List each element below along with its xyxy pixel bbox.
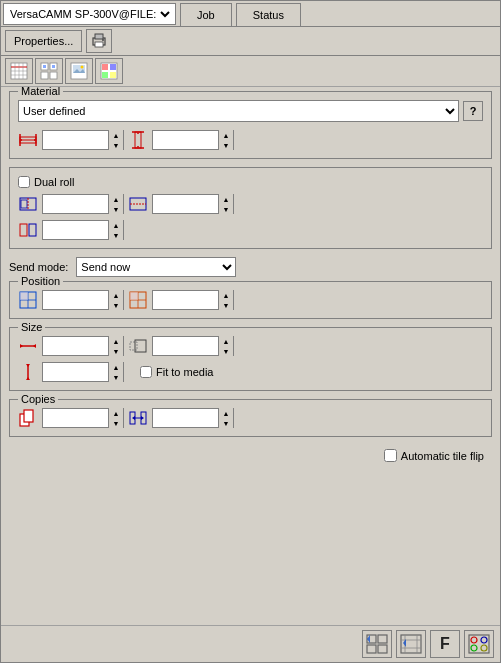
svg-rect-68: [378, 635, 387, 643]
dual-roll-field1-spinners: ▲ ▼: [108, 194, 123, 214]
device-dropdown[interactable]: VersaCAMM SP-300V@FILE:: [3, 3, 176, 25]
dual-roll-field1-up[interactable]: ▲: [109, 194, 123, 204]
svg-rect-2: [95, 42, 103, 47]
size-scale-icon: [128, 337, 148, 355]
svg-rect-24: [102, 72, 108, 78]
svg-rect-47: [20, 292, 28, 300]
grid-small-icon-btn[interactable]: [35, 58, 63, 84]
title-bar: VersaCAMM SP-300V@FILE: Job Status: [1, 1, 500, 27]
dual-roll-field2-up[interactable]: ▲: [219, 194, 233, 204]
svg-rect-16: [52, 65, 55, 68]
auto-tile-checkbox[interactable]: [384, 449, 397, 462]
svg-rect-15: [43, 65, 46, 68]
position-x-input[interactable]: 0.000in ▲ ▼: [42, 290, 124, 310]
printer-icon-btn[interactable]: [86, 29, 112, 53]
dual-roll-checkbox[interactable]: [18, 176, 30, 188]
dual-roll-field1-input[interactable]: 29.000in ▲ ▼: [42, 194, 124, 214]
size-height-down[interactable]: ▼: [109, 372, 123, 382]
material-dropdown-row: User defined ?: [18, 100, 483, 122]
color-icon: [100, 62, 118, 80]
register-icon: [468, 634, 490, 654]
tile-grid-icon-btn[interactable]: [362, 630, 392, 658]
dual-roll-checkbox-row: Dual roll: [18, 176, 483, 188]
position-x-up[interactable]: ▲: [109, 290, 123, 300]
material-group: Material User defined ?: [9, 91, 492, 159]
properties-button[interactable]: Properties...: [5, 30, 82, 52]
cut-icon-btn[interactable]: [5, 58, 33, 84]
fit-to-media-wrap: Fit to media: [140, 366, 213, 378]
material-height-up[interactable]: ▲: [219, 130, 233, 140]
material-help-button[interactable]: ?: [463, 101, 483, 121]
position-x-down[interactable]: ▼: [109, 300, 123, 310]
send-mode-dropdown[interactable]: Send now: [76, 257, 236, 277]
svg-marker-59: [26, 377, 30, 380]
size-width-up[interactable]: ▲: [109, 336, 123, 346]
size-height-up[interactable]: ▲: [109, 362, 123, 372]
material-height-field[interactable]: 600.000in: [153, 131, 218, 149]
copies-spacing-down[interactable]: ▼: [219, 418, 233, 428]
svg-marker-58: [26, 364, 30, 367]
copies-count-down[interactable]: ▼: [109, 418, 123, 428]
image-thumb-icon-btn[interactable]: [65, 58, 93, 84]
dual-roll-field1[interactable]: 29.000in: [43, 195, 108, 213]
device-select[interactable]: VersaCAMM SP-300V@FILE:: [6, 7, 173, 21]
material-select[interactable]: User defined: [18, 100, 459, 122]
size-scale-up[interactable]: ▲: [219, 336, 233, 346]
color-icon-btn[interactable]: [95, 58, 123, 84]
cut-icon: [10, 62, 28, 80]
grid-small-icon: [40, 62, 58, 80]
fit-to-media-checkbox[interactable]: [140, 366, 152, 378]
dual-roll-field1-down[interactable]: ▼: [109, 204, 123, 214]
dual-roll-field3[interactable]: 0.000in: [43, 221, 108, 239]
send-mode-select[interactable]: Send now: [77, 258, 235, 276]
size-height-input[interactable]: 10.308in ▲ ▼: [42, 362, 124, 382]
copies-spacing-input[interactable]: 0.500in ▲ ▼: [152, 408, 234, 428]
size-width-input[interactable]: 10.000in ▲ ▼: [42, 336, 124, 356]
copies-count-up[interactable]: ▲: [109, 408, 123, 418]
dual-roll-field2[interactable]: 0.000in: [153, 195, 218, 213]
dual-roll-field2-down[interactable]: ▼: [219, 204, 233, 214]
size-width-down[interactable]: ▼: [109, 346, 123, 356]
material-height-input[interactable]: 600.000in ▲ ▼: [152, 130, 234, 150]
copies-count-input[interactable]: 1 ▲ ▼: [42, 408, 124, 428]
dual-roll-field3-up[interactable]: ▲: [109, 220, 123, 230]
size-height-icon: [18, 363, 38, 381]
font-f-icon: F: [440, 635, 450, 653]
material-width-field[interactable]: 29.000in: [43, 131, 108, 149]
position-y-input[interactable]: 0.000in ▲ ▼: [152, 290, 234, 310]
dual-roll-field2-icon: [128, 195, 148, 213]
tab-job[interactable]: Job: [180, 3, 232, 26]
material-height-icon: [128, 131, 148, 149]
size-height-field[interactable]: 10.308in: [43, 363, 108, 381]
cut-mark-icon-btn[interactable]: [396, 630, 426, 658]
size-scale-down[interactable]: ▼: [219, 346, 233, 356]
svg-point-82: [481, 645, 487, 651]
svg-point-79: [471, 637, 477, 643]
copies-spacing-up[interactable]: ▲: [219, 408, 233, 418]
svg-point-80: [481, 637, 487, 643]
material-width-input[interactable]: 29.000in ▲ ▼: [42, 130, 124, 150]
size-width-field[interactable]: 10.000in: [43, 337, 108, 355]
font-f-icon-btn[interactable]: F: [430, 630, 460, 658]
position-y-up[interactable]: ▲: [219, 290, 233, 300]
position-x-field[interactable]: 0.000in: [43, 291, 108, 309]
position-y-field[interactable]: 0.000in: [153, 291, 218, 309]
copies-spacing-field[interactable]: 0.500in: [153, 409, 218, 427]
svg-rect-22: [102, 64, 108, 70]
position-y-down[interactable]: ▼: [219, 300, 233, 310]
material-height-down[interactable]: ▼: [219, 140, 233, 150]
register-icon-btn[interactable]: [464, 630, 494, 658]
material-width-up[interactable]: ▲: [109, 130, 123, 140]
dual-roll-field3-input[interactable]: 0.000in ▲ ▼: [42, 220, 124, 240]
material-width-down[interactable]: ▼: [109, 140, 123, 150]
dual-roll-field3-down[interactable]: ▼: [109, 230, 123, 240]
image-thumb-icon: [70, 62, 88, 80]
svg-rect-14: [50, 72, 57, 79]
size-width-icon: [18, 337, 38, 355]
copies-count-field[interactable]: 1: [43, 409, 108, 427]
tab-status[interactable]: Status: [236, 3, 301, 26]
dual-roll-field2-input[interactable]: 0.000in ▲ ▼: [152, 194, 234, 214]
size-scale-field[interactable]: 100.000%: [153, 337, 218, 355]
material-dimensions-row: 29.000in ▲ ▼ 600.000i: [18, 130, 483, 150]
size-scale-input[interactable]: 100.000% ▲ ▼: [152, 336, 234, 356]
